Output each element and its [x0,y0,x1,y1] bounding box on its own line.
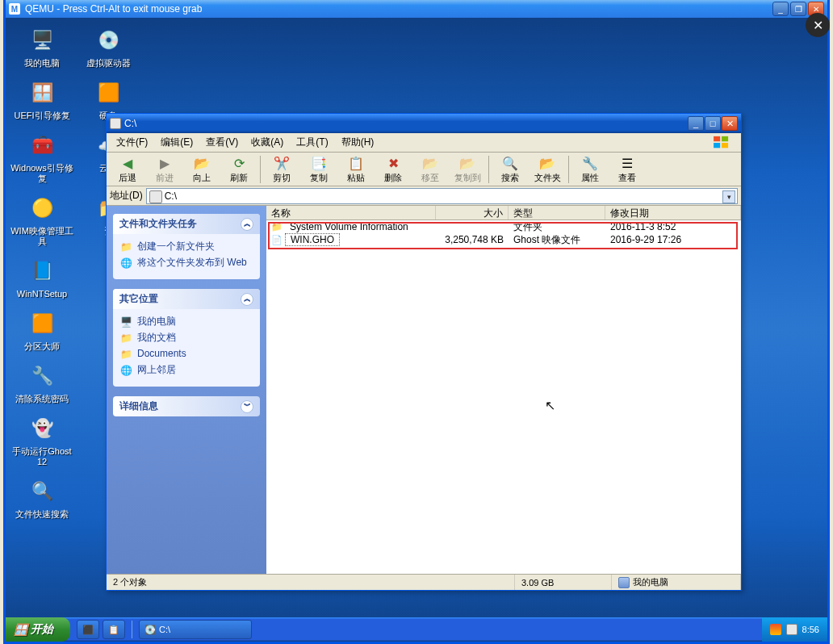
back-button[interactable]: ◀后退 [110,153,145,186]
explorer-title-text: C:\ [124,118,136,129]
chevron-down-icon: ︾ [241,400,253,413]
cut-button[interactable]: ✂️剪切 [264,153,299,186]
folders-button[interactable]: 📂文件夹 [530,153,565,186]
sidebar-header[interactable]: 文件和文件夹任务 ︽ [113,214,260,234]
sidebar-section-tasks: 文件和文件夹任务 ︽ 📁创建一个新文件夹 🌐将这个文件夹发布到 Web [113,214,260,279]
qemu-titlebar[interactable]: M QEMU - Press Ctrl-Alt to exit mouse gr… [6,0,827,18]
quick-launch-item[interactable]: ⬛ [77,620,99,639]
copy-button[interactable]: 📑复制 [301,153,337,186]
desktop-icon[interactable]: 💿虚拟驱动器 [77,24,140,69]
copy-icon: 📑 [310,154,328,172]
quick-launch-item[interactable]: 📋 [103,620,125,639]
delete-button[interactable]: ✖删除 [375,153,411,186]
overlay-close-button[interactable]: ✕ [806,13,830,37]
desktop-icon[interactable]: 📘WinNTSetup [10,255,73,299]
documents-icon: 📁 [119,348,132,361]
forward-button: ▶前进 [147,153,182,186]
address-input[interactable] [146,188,738,204]
menu-help[interactable]: 帮助(H) [335,134,381,151]
menu-edit[interactable]: 编辑(E) [154,134,199,151]
copyto-button: 📂复制到 [450,153,485,186]
file-rows[interactable]: 📁System Volume Information 文件夹 2016-11-3… [266,220,741,574]
sidebar-item[interactable]: 📁创建一个新文件夹 [119,239,253,255]
sidebar-item[interactable]: 🌐将这个文件夹发布到 Web [119,255,253,271]
desktop-icon[interactable]: 🟡WIM映像管理工具 [10,192,73,247]
scissors-icon: ✂️ [273,154,291,172]
column-type[interactable]: 类型 [509,206,605,220]
desktop-icon[interactable]: 🔧清除系统密码 [10,360,73,404]
quick-launch: ⬛ 📋 💽C:\ [77,617,252,642]
sidebar-section-other: 其它位置 ︽ 🖥️我的电脑 📁我的文档 📁Documents 🌐网上邻居 [113,289,260,387]
sidebar-item[interactable]: 🖥️我的电脑 [119,314,253,330]
table-row[interactable]: 📁System Volume Information 文件夹 2016-11-3… [266,220,741,233]
qemu-minimize-button[interactable]: _ [772,2,789,16]
desktop-icon[interactable]: 🖥️我的电脑 [10,24,73,69]
qemu-window: M QEMU - Press Ctrl-Alt to exit mouse gr… [3,0,830,644]
up-button[interactable]: 📂向上 [184,153,220,186]
refresh-icon: ⟳ [230,154,248,172]
qemu-title-text: QEMU - Press Ctrl-Alt to exit mouse grab [25,3,202,15]
menu-tools[interactable]: 工具(T) [290,134,334,151]
sidebar-header[interactable]: 其它位置 ︽ [113,289,260,309]
documents-icon: 📁 [119,332,132,345]
toolbar-separator [488,156,489,183]
back-arrow-icon: ◀ [119,154,136,172]
disc-icon: 💿 [92,24,124,56]
menu-bar: 文件(F) 编辑(E) 查看(V) 收藏(A) 工具(T) 帮助(H) [107,133,741,153]
up-folder-icon: 📂 [193,154,211,172]
computer-icon: 🖥️ [119,316,132,328]
drive-icon: 💽 [144,625,156,635]
qemu-app-icon: M [9,3,20,15]
file-icon: 📄 [271,234,283,245]
refresh-button[interactable]: ⟳刷新 [221,153,257,186]
desktop-icon[interactable]: 🧰Widnows引导修复 [10,129,73,184]
properties-button[interactable]: 🔧属性 [572,153,608,186]
toolbar-separator [260,156,261,183]
network-icon: 🌐 [119,364,132,377]
views-button[interactable]: ☰查看 [609,153,645,186]
address-input-wrap [146,188,738,204]
clock[interactable]: 8:56 [802,625,819,634]
sidebar-item[interactable]: 📁我的文档 [119,330,253,346]
desktop-icon[interactable]: 👻手动运行Ghost12 [10,412,73,467]
toolbox-icon: 🧰 [26,129,58,161]
desktop-icon[interactable]: 🟧分区大师 [10,307,73,352]
taskbar-task[interactable]: 💽C:\ [139,620,252,639]
svg-rect-3 [722,143,728,148]
system-tray[interactable]: 8:56 [762,617,827,642]
taskbar: 🪟 开始 ⬛ 📋 💽C:\ 8:56 [6,617,827,642]
new-folder-icon: 📁 [119,240,132,253]
desktop-icon[interactable]: 🔍文件快速搜索 [10,475,73,520]
explorer-titlebar[interactable]: C:\ _ □ ✕ [107,114,741,133]
tasks-sidebar: 文件和文件夹任务 ︽ 📁创建一个新文件夹 🌐将这个文件夹发布到 Web 其它位置… [107,206,266,574]
toolbar: ◀后退 ▶前进 📂向上 ⟳刷新 ✂️剪切 📑复制 📋粘贴 ✖删除 📂移至 📂复制… [107,153,741,186]
maximize-button[interactable]: □ [705,116,721,131]
copyto-icon: 📂 [458,154,476,172]
close-button[interactable]: ✕ [722,116,738,131]
minimize-button[interactable]: _ [688,116,704,131]
menu-favorites[interactable]: 收藏(A) [245,134,290,151]
status-bar: 2 个对象 3.09 GB 我的电脑 [107,574,741,590]
drive-icon [110,118,121,129]
column-size[interactable]: 大小 [436,206,509,220]
column-name[interactable]: 名称 [266,206,436,220]
qemu-maximize-button[interactable]: ❐ [790,2,806,16]
start-button[interactable]: 🪟 开始 [6,617,70,642]
svg-rect-1 [722,136,728,140]
column-headers: 名称 大小 类型 修改日期 [266,206,741,220]
table-row[interactable]: 📄WIN.GHO 3,250,748 KB Ghost 映像文件 2016-9-… [266,233,741,246]
menu-file[interactable]: 文件(F) [110,134,154,151]
sidebar-header[interactable]: 详细信息 ︾ [113,396,260,416]
paste-button[interactable]: 📋粘贴 [338,153,374,186]
tray-icon[interactable] [770,624,781,635]
search-button[interactable]: 🔍搜索 [492,153,528,186]
moveto-button: 📂移至 [412,153,448,186]
sidebar-item[interactable]: 📁Documents [119,346,253,362]
xp-desktop[interactable]: 🖥️我的电脑 💿虚拟驱动器 🪟UEFI引导修复 🟧硬盘 🧰Widnows引导修复… [6,18,827,642]
status-size: 3.09 GB [515,575,612,590]
column-date[interactable]: 修改日期 [605,206,741,220]
tray-icon[interactable] [786,624,797,635]
sidebar-item[interactable]: 🌐网上邻居 [119,362,253,378]
menu-view[interactable]: 查看(V) [199,134,245,151]
desktop-icon[interactable]: 🪟UEFI引导修复 [10,77,73,121]
